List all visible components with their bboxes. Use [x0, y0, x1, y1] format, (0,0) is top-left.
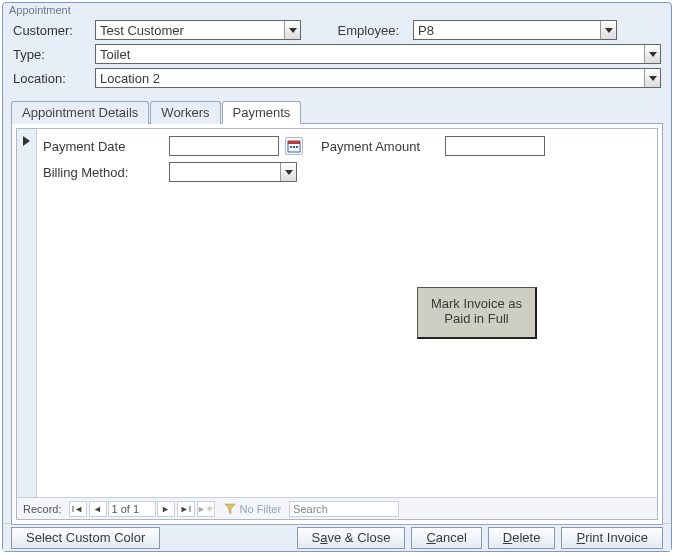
employee-combo[interactable]: P8	[413, 20, 617, 40]
type-value: Toilet	[96, 47, 644, 62]
tab-workers[interactable]: Workers	[150, 101, 220, 124]
appointment-window: Appointment Customer: Test Customer Empl…	[2, 2, 672, 552]
payment-date-input[interactable]	[169, 136, 279, 156]
nav-last-button[interactable]: ►I	[177, 501, 195, 517]
record-nav-label: Record:	[17, 503, 68, 515]
tab-payments[interactable]: Payments	[222, 101, 302, 124]
svg-rect-1	[288, 141, 300, 144]
nav-new-button[interactable]: ►✳	[197, 501, 215, 517]
billing-method-label: Billing Method:	[43, 165, 163, 180]
header-form: Customer: Test Customer Employee: P8 Typ…	[3, 16, 671, 96]
customer-label: Customer:	[13, 23, 91, 38]
filter-icon	[224, 503, 236, 515]
select-custom-color-button[interactable]: Select Custom Color	[11, 527, 160, 549]
chevron-down-icon	[284, 21, 300, 39]
print-invoice-button[interactable]: Print Invoice	[561, 527, 663, 549]
nav-next-button[interactable]: ►	[157, 501, 175, 517]
payment-amount-input[interactable]	[445, 136, 545, 156]
chevron-down-icon	[644, 45, 660, 63]
calendar-icon	[287, 139, 301, 153]
employee-value: P8	[414, 23, 600, 38]
svg-rect-3	[293, 146, 295, 148]
customer-combo[interactable]: Test Customer	[95, 20, 301, 40]
mark-paid-button[interactable]: Mark Invoice as Paid in Full	[417, 287, 537, 339]
svg-rect-4	[296, 146, 298, 148]
window-title: Appointment	[3, 3, 671, 16]
payments-detail: Payment Date Payment Amount	[37, 129, 657, 497]
customer-value: Test Customer	[96, 23, 284, 38]
nav-search-input[interactable]: Search	[289, 501, 399, 517]
location-label: Location:	[13, 71, 91, 86]
employee-label: Employee:	[329, 23, 409, 38]
save-close-button[interactable]: Save & Close	[297, 527, 406, 549]
current-record-marker-icon	[23, 136, 30, 146]
no-filter-indicator: No Filter	[216, 503, 290, 515]
nav-prev-button[interactable]: ◄	[89, 501, 107, 517]
billing-method-combo[interactable]	[169, 162, 297, 182]
chevron-down-icon	[280, 163, 296, 181]
location-value: Location 2	[96, 71, 644, 86]
tab-appointment-details[interactable]: Appointment Details	[11, 101, 149, 124]
location-combo[interactable]: Location 2	[95, 68, 661, 88]
nav-position[interactable]: 1 of 1	[108, 501, 156, 517]
record-navigator: Record: I◄ ◄ 1 of 1 ► ►I ►✳ No Filter Se…	[17, 497, 657, 519]
delete-button[interactable]: Delete	[488, 527, 556, 549]
cancel-button[interactable]: Cancel	[411, 527, 481, 549]
tab-body: Payment Date Payment Amount	[11, 123, 663, 525]
chevron-down-icon	[600, 21, 616, 39]
chevron-down-icon	[644, 69, 660, 87]
record-selector[interactable]	[17, 129, 37, 497]
payments-subform: Payment Date Payment Amount	[16, 128, 658, 520]
payment-amount-label: Payment Amount	[309, 139, 439, 154]
svg-rect-2	[290, 146, 292, 148]
type-combo[interactable]: Toilet	[95, 44, 661, 64]
nav-first-button[interactable]: I◄	[69, 501, 87, 517]
calendar-button[interactable]	[285, 137, 303, 155]
type-label: Type:	[13, 47, 91, 62]
footer-bar: Select Custom Color Save & Close Cancel …	[3, 523, 671, 551]
payment-date-label: Payment Date	[43, 139, 163, 154]
tab-control: Appointment Details Workers Payments Pay…	[11, 100, 663, 525]
